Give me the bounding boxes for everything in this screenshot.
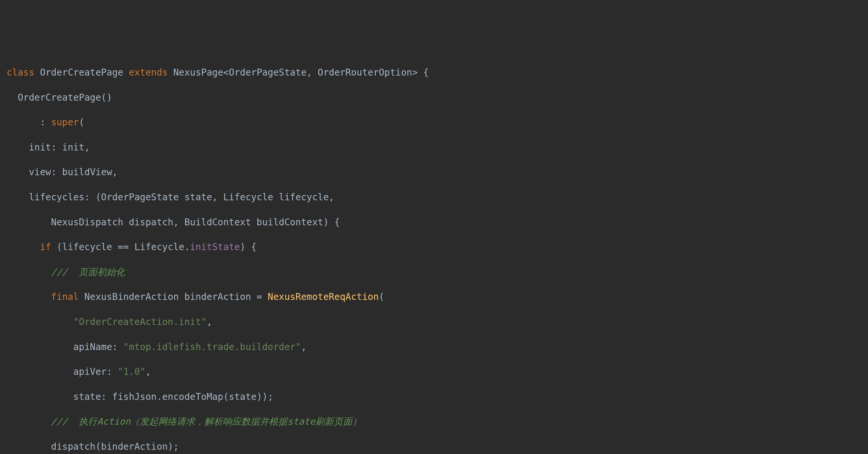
comma: , — [145, 366, 151, 377]
named-arg: init — [29, 142, 51, 153]
comma: , — [207, 316, 212, 327]
arg-value: buildView — [62, 167, 112, 177]
operator: == — [112, 242, 134, 252]
param-name: buildContext — [251, 217, 323, 228]
property: initState — [190, 242, 240, 252]
space — [123, 67, 129, 78]
separator: , — [173, 217, 185, 228]
code-line[interactable]: view: buildView, — [7, 166, 861, 178]
arg-value: init — [62, 142, 84, 153]
paren-close: ) — [257, 391, 262, 402]
named-arg: view — [29, 167, 51, 177]
keyword-final: final — [51, 291, 79, 302]
function-call: NexusRemoteReqAction — [268, 291, 379, 302]
named-arg: lifecycles — [29, 192, 84, 203]
colon: : — [40, 117, 51, 128]
code-line[interactable]: apiName: "mtop.idlefish.trade.buildorder… — [7, 341, 861, 353]
code-line[interactable]: OrderCreatePage() — [7, 91, 861, 104]
code-line[interactable]: lifecycles: (OrderPageState state, Lifec… — [7, 191, 861, 204]
code-line[interactable]: final NexusBinderAction binderAction = N… — [7, 291, 861, 303]
code-line[interactable]: "OrderCreateAction.init", — [7, 316, 861, 328]
comma: , — [329, 192, 335, 203]
separator: , — [212, 192, 223, 203]
identifier: state — [229, 391, 256, 402]
paren-close: ) — [168, 441, 173, 452]
dot: . — [184, 242, 190, 252]
string-literal: "1.0" — [118, 366, 145, 377]
code-editor-view[interactable]: class OrderCreatePage extends NexusPage<… — [7, 54, 861, 454]
colon: : — [112, 341, 123, 352]
keyword-extends: extends — [129, 67, 168, 78]
base-class: NexusPage — [173, 67, 223, 78]
colon: : — [51, 142, 62, 153]
comment: /// 执行Action（发起网络请求，解析响应数据并根据state刷新页面） — [51, 416, 362, 427]
colon: : — [84, 192, 96, 203]
param-name: lifecycle — [273, 192, 329, 203]
keyword-if: if — [40, 242, 51, 252]
var-type: NexusBinderAction — [79, 291, 179, 302]
var-name: binderAction — [179, 291, 251, 302]
brace-open: { — [246, 242, 257, 252]
paren-open: ( — [379, 291, 384, 302]
class-name: OrderCreatePage — [40, 67, 123, 78]
constructor-name: OrderCreatePage — [18, 92, 101, 103]
param-type: OrderPageState — [101, 192, 179, 203]
brace-open: { — [329, 217, 340, 228]
generic-arg: OrderPageState — [229, 67, 307, 78]
identifier: fishJson — [112, 391, 157, 402]
named-arg: apiName — [73, 341, 112, 352]
operator: = — [251, 291, 268, 302]
paren-open: ( — [79, 117, 84, 128]
keyword-super: super — [51, 117, 79, 128]
parens: () — [101, 92, 112, 103]
code-line[interactable]: class OrderCreatePage extends NexusPage<… — [7, 66, 861, 79]
comment: /// 页面初始化 — [51, 266, 125, 278]
identifier: lifecycle — [62, 242, 112, 252]
code-line[interactable]: /// 执行Action（发起网络请求，解析响应数据并根据state刷新页面） — [7, 416, 861, 428]
generic-arg: OrderRouterOption — [318, 67, 412, 78]
function-call: dispatch — [51, 441, 96, 452]
dot: . — [157, 391, 162, 402]
generic-close: > — [412, 67, 418, 78]
param-name: dispatch — [123, 217, 173, 228]
comma: , — [84, 142, 90, 153]
identifier: Lifecycle — [134, 242, 185, 252]
paren-close: ) — [262, 391, 268, 402]
colon: : — [106, 366, 118, 377]
brace-open: { — [418, 67, 429, 78]
code-line[interactable]: apiVer: "1.0", — [7, 366, 861, 378]
space — [34, 67, 40, 78]
code-line[interactable]: init: init, — [7, 141, 861, 154]
code-line[interactable]: : super( — [7, 116, 861, 129]
comma: , — [112, 167, 118, 177]
colon: : — [101, 391, 112, 402]
param-name: state — [179, 192, 212, 203]
paren-close: ) — [323, 217, 329, 228]
colon: : — [51, 167, 62, 177]
named-arg: state — [73, 391, 101, 402]
comma: , — [301, 341, 307, 352]
string-literal: "mtop.idlefish.trade.buildorder" — [123, 341, 301, 352]
space — [168, 67, 173, 78]
param-type: Lifecycle — [223, 192, 273, 203]
paren-open: ( — [223, 391, 229, 402]
code-line[interactable]: /// 页面初始化 — [7, 266, 861, 279]
code-line[interactable]: dispatch(binderAction); — [7, 441, 861, 453]
method-call: encodeToMap — [162, 391, 223, 402]
code-line[interactable]: NexusDispatch dispatch, BuildContext bui… — [7, 216, 861, 229]
param-type: NexusDispatch — [51, 217, 123, 228]
paren-open: ( — [96, 192, 101, 203]
paren-open: ( — [96, 441, 101, 452]
named-arg: apiVer — [73, 366, 106, 377]
string-literal: "OrderCreateAction.init" — [73, 316, 207, 327]
code-line[interactable]: if (lifecycle == Lifecycle.initState) { — [7, 241, 861, 253]
identifier: binderAction — [101, 441, 168, 452]
generic-open: < — [223, 67, 229, 78]
semicolon: ; — [268, 391, 273, 402]
param-type: BuildContext — [184, 217, 251, 228]
semicolon: ; — [173, 441, 179, 452]
separator: , — [307, 67, 318, 78]
code-line[interactable]: state: fishJson.encodeToMap(state)); — [7, 391, 861, 403]
paren-close: ) — [240, 242, 246, 252]
paren-open: ( — [51, 242, 62, 252]
